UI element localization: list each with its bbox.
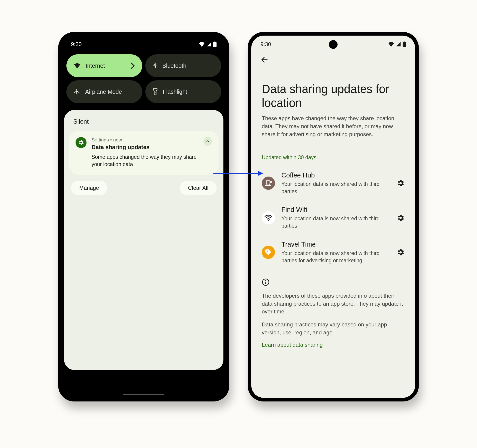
section-silent: Silent — [69, 118, 219, 131]
app-row-coffee-hub[interactable]: Coffee Hub Your location data is now sha… — [262, 171, 405, 195]
page-title: Data sharing updates for location — [262, 82, 405, 110]
page-subtitle: These apps have changed the way they sha… — [262, 114, 405, 138]
coffee-hub-icon — [262, 177, 275, 190]
svg-rect-4 — [403, 42, 406, 47]
phone-right-settings-page: 9:30 Data sharing updates for location T… — [248, 32, 419, 401]
status-icons — [388, 41, 406, 47]
clear-all-button[interactable]: Clear All — [180, 181, 217, 195]
gear-icon[interactable] — [396, 248, 405, 256]
arrow-icon — [213, 170, 264, 177]
camera-cutout — [329, 40, 338, 49]
chevron-up-icon — [206, 140, 209, 142]
gear-icon[interactable] — [396, 214, 405, 222]
svg-point-7 — [267, 250, 268, 252]
app-desc: Your location data is now shared with th… — [281, 250, 390, 264]
app-desc: Your location data is now shared with th… — [281, 180, 390, 195]
clock: 9:30 — [71, 41, 82, 47]
wifi-icon — [388, 42, 394, 47]
notification-source: Settings • now — [91, 137, 198, 142]
clock: 9:30 — [260, 41, 271, 47]
wifi-icon — [74, 63, 81, 68]
signal-icon — [206, 42, 212, 47]
bluetooth-icon — [153, 62, 157, 69]
notification-data-sharing[interactable]: Settings • now Data sharing updates Some… — [69, 131, 219, 175]
app-row-travel-time[interactable]: Travel Time Your location data is now sh… — [262, 241, 405, 264]
tile-bluetooth[interactable]: Bluetooth — [145, 54, 221, 77]
svg-point-9 — [265, 280, 266, 281]
airplane-icon — [74, 88, 80, 95]
app-name: Find Wifi — [281, 206, 390, 213]
info-paragraph-2: Data sharing practices may vary based on… — [262, 321, 405, 337]
tile-flashlight[interactable]: Flashlight — [145, 80, 221, 103]
tile-label: Internet — [86, 63, 105, 69]
back-icon[interactable] — [260, 56, 269, 64]
manage-button[interactable]: Manage — [71, 181, 107, 195]
app-row-find-wifi[interactable]: Find Wifi Your location data is now shar… — [262, 206, 405, 230]
tag-icon — [265, 249, 272, 256]
tile-airplane[interactable]: Airplane Mode — [66, 80, 142, 103]
svg-point-2 — [155, 92, 155, 93]
quick-settings-tiles: Internet Bluetooth Airplane Mode Flashli… — [62, 50, 226, 110]
cup-icon — [265, 180, 272, 186]
app-desc: Your location data is now shared with th… — [281, 215, 390, 230]
notification-panel: Silent Settings • now Data sharing updat… — [64, 110, 223, 370]
svg-rect-5 — [404, 41, 405, 42]
chevron-right-icon — [131, 63, 135, 69]
tile-label: Bluetooth — [162, 63, 186, 69]
battery-icon — [403, 41, 406, 47]
svg-rect-10 — [265, 282, 266, 284]
wifi-icon — [264, 215, 273, 221]
svg-rect-1 — [214, 41, 215, 42]
gear-icon — [78, 139, 84, 146]
svg-rect-0 — [213, 42, 216, 47]
flashlight-icon — [153, 88, 158, 95]
info-icon — [262, 278, 269, 286]
app-name: Coffee Hub — [281, 171, 390, 179]
svg-point-6 — [268, 220, 269, 221]
phone-left-notification-shade: 9:30 Internet Bluetooth Airplane Mode — [58, 32, 229, 401]
learn-link[interactable]: Learn about data sharing — [262, 342, 405, 348]
travel-time-icon — [262, 246, 275, 259]
info-paragraph-1: The developers of these apps provided in… — [262, 292, 405, 316]
collapse-icon[interactable] — [203, 137, 212, 146]
section-label: Updated within 30 days — [262, 154, 405, 161]
app-name: Travel Time — [281, 241, 390, 248]
status-bar: 9:30 — [62, 35, 226, 50]
find-wifi-icon — [262, 211, 275, 224]
tile-internet[interactable]: Internet — [66, 54, 142, 77]
battery-icon — [213, 41, 217, 47]
wifi-icon — [199, 42, 205, 47]
notification-body: Some apps changed the way they may share… — [91, 153, 198, 168]
notification-title: Data sharing updates — [91, 144, 198, 151]
settings-app-icon — [76, 137, 87, 148]
status-icons — [199, 41, 217, 47]
signal-icon — [396, 42, 401, 47]
tile-label: Airplane Mode — [85, 88, 122, 95]
tile-label: Flashlight — [163, 88, 187, 95]
gear-icon[interactable] — [396, 179, 405, 187]
nav-pill[interactable] — [123, 394, 164, 395]
